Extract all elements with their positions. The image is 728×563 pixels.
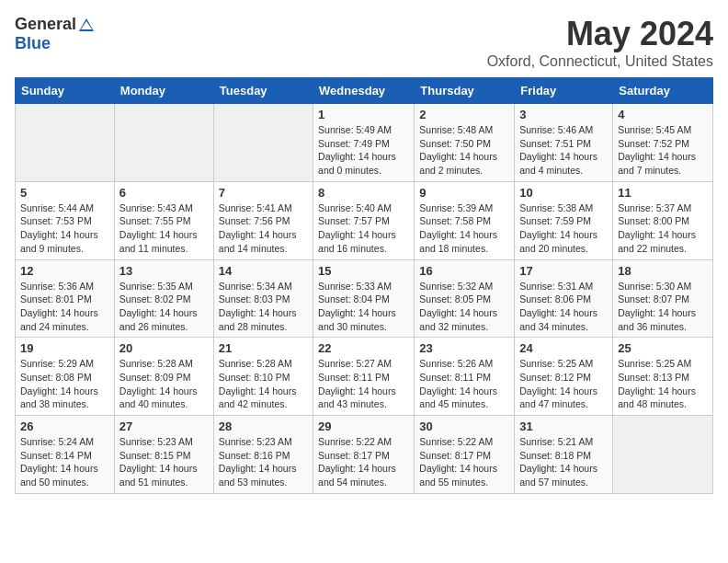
- cell-content: Sunset: 8:04 PM: [318, 293, 409, 306]
- day-number: 21: [219, 341, 308, 355]
- day-number: 10: [519, 186, 608, 200]
- calendar-cell: 19Sunrise: 5:29 AMSunset: 8:08 PMDayligh…: [16, 338, 115, 416]
- logo-general: General: [15, 15, 76, 34]
- calendar-cell: 20Sunrise: 5:28 AMSunset: 8:09 PMDayligh…: [114, 338, 213, 416]
- header-cell-thursday: Thursday: [415, 78, 515, 104]
- cell-content: Sunrise: 5:23 AM: [219, 435, 308, 449]
- logo-blue: Blue: [15, 34, 51, 53]
- cell-content: Sunset: 8:01 PM: [20, 293, 109, 306]
- calendar-table: SundayMondayTuesdayWednesdayThursdayFrid…: [15, 77, 713, 494]
- header-cell-tuesday: Tuesday: [213, 78, 313, 104]
- cell-content: Sunset: 8:10 PM: [219, 371, 308, 385]
- cell-content: Daylight: 14 hours and 54 minutes.: [318, 462, 409, 488]
- cell-content: Daylight: 14 hours and 45 minutes.: [419, 385, 509, 411]
- cell-content: Daylight: 14 hours and 14 minutes.: [219, 228, 308, 255]
- location-title: Oxford, Connecticut, United States: [487, 53, 713, 70]
- cell-content: Daylight: 14 hours and 26 minutes.: [119, 306, 209, 333]
- cell-content: Sunset: 7:52 PM: [618, 137, 708, 151]
- cell-content: Sunset: 7:59 PM: [519, 214, 608, 228]
- day-number: 19: [20, 341, 109, 355]
- calendar-cell: 18Sunrise: 5:30 AMSunset: 8:07 PMDayligh…: [613, 259, 713, 338]
- cell-content: Sunrise: 5:25 AM: [618, 357, 708, 371]
- calendar-cell: 7Sunrise: 5:41 AMSunset: 7:56 PMDaylight…: [213, 181, 313, 259]
- day-number: 31: [519, 419, 608, 433]
- cell-content: Daylight: 14 hours and 24 minutes.: [20, 306, 109, 333]
- cell-content: Daylight: 14 hours and 2 minutes.: [419, 150, 509, 177]
- calendar-cell: 12Sunrise: 5:36 AMSunset: 8:01 PMDayligh…: [16, 259, 115, 338]
- cell-content: Daylight: 14 hours and 28 minutes.: [219, 306, 308, 333]
- header-cell-monday: Monday: [114, 78, 213, 104]
- calendar-cell: 13Sunrise: 5:35 AMSunset: 8:02 PMDayligh…: [114, 259, 213, 338]
- logo-triangle-icon: [78, 17, 95, 33]
- calendar-cell: 26Sunrise: 5:24 AMSunset: 8:14 PMDayligh…: [16, 416, 115, 494]
- calendar-cell: 28Sunrise: 5:23 AMSunset: 8:16 PMDayligh…: [213, 416, 313, 494]
- calendar-cell: 24Sunrise: 5:25 AMSunset: 8:12 PMDayligh…: [515, 338, 613, 416]
- cell-content: Daylight: 14 hours and 7 minutes.: [618, 150, 708, 177]
- header-cell-friday: Friday: [515, 78, 613, 104]
- calendar-cell: [213, 104, 313, 182]
- cell-content: Sunrise: 5:34 AM: [219, 280, 308, 293]
- cell-content: Daylight: 14 hours and 48 minutes.: [618, 385, 708, 411]
- header-cell-sunday: Sunday: [16, 78, 115, 104]
- cell-content: Daylight: 14 hours and 55 minutes.: [419, 462, 509, 488]
- day-number: 25: [618, 341, 708, 355]
- cell-content: Sunset: 8:11 PM: [419, 371, 509, 385]
- cell-content: Sunset: 7:57 PM: [318, 214, 409, 228]
- day-number: 23: [419, 341, 509, 355]
- day-number: 11: [618, 186, 708, 200]
- cell-content: Daylight: 14 hours and 9 minutes.: [20, 228, 109, 255]
- day-number: 15: [318, 264, 409, 278]
- calendar-cell: [16, 104, 115, 182]
- calendar-cell: [613, 416, 713, 494]
- day-number: 13: [119, 264, 209, 278]
- cell-content: Sunrise: 5:45 AM: [618, 123, 708, 137]
- calendar-cell: 23Sunrise: 5:26 AMSunset: 8:11 PMDayligh…: [415, 338, 515, 416]
- week-row-4: 19Sunrise: 5:29 AMSunset: 8:08 PMDayligh…: [16, 338, 713, 416]
- day-number: 8: [318, 186, 409, 200]
- cell-content: Sunset: 8:17 PM: [419, 449, 509, 463]
- calendar-cell: 16Sunrise: 5:32 AMSunset: 8:05 PMDayligh…: [415, 259, 515, 338]
- cell-content: Daylight: 14 hours and 43 minutes.: [318, 385, 409, 411]
- cell-content: Sunset: 7:51 PM: [519, 137, 608, 151]
- title-area: May 2024 Oxford, Connecticut, United Sta…: [487, 15, 713, 70]
- cell-content: Sunset: 8:12 PM: [519, 371, 608, 385]
- cell-content: Sunrise: 5:31 AM: [519, 280, 608, 293]
- cell-content: Sunset: 7:49 PM: [318, 137, 409, 151]
- logo: General Blue: [15, 15, 95, 53]
- calendar-cell: 3Sunrise: 5:46 AMSunset: 7:51 PMDaylight…: [515, 104, 613, 182]
- cell-content: Daylight: 14 hours and 32 minutes.: [419, 306, 509, 333]
- cell-content: Sunrise: 5:35 AM: [119, 280, 209, 293]
- cell-content: Sunset: 8:16 PM: [219, 449, 308, 463]
- cell-content: Sunrise: 5:23 AM: [119, 435, 209, 449]
- cell-content: Sunrise: 5:24 AM: [20, 435, 109, 449]
- cell-content: Sunrise: 5:25 AM: [519, 357, 608, 371]
- cell-content: Sunrise: 5:43 AM: [119, 201, 209, 215]
- day-number: 7: [219, 186, 308, 200]
- day-number: 24: [519, 341, 608, 355]
- calendar-cell: 25Sunrise: 5:25 AMSunset: 8:13 PMDayligh…: [613, 338, 713, 416]
- day-number: 14: [219, 264, 308, 278]
- cell-content: Sunrise: 5:39 AM: [419, 201, 509, 215]
- calendar-cell: 14Sunrise: 5:34 AMSunset: 8:03 PMDayligh…: [213, 259, 313, 338]
- calendar-cell: 10Sunrise: 5:38 AMSunset: 7:59 PMDayligh…: [515, 181, 613, 259]
- cell-content: Daylight: 14 hours and 53 minutes.: [219, 462, 308, 488]
- calendar-cell: 17Sunrise: 5:31 AMSunset: 8:06 PMDayligh…: [515, 259, 613, 338]
- day-number: 27: [119, 419, 209, 433]
- cell-content: Sunrise: 5:30 AM: [618, 280, 708, 293]
- calendar-cell: 15Sunrise: 5:33 AMSunset: 8:04 PMDayligh…: [313, 259, 415, 338]
- header-row: SundayMondayTuesdayWednesdayThursdayFrid…: [16, 78, 713, 104]
- cell-content: Sunset: 7:58 PM: [419, 214, 509, 228]
- day-number: 3: [519, 108, 608, 121]
- cell-content: Sunrise: 5:28 AM: [219, 357, 308, 371]
- cell-content: Daylight: 14 hours and 47 minutes.: [519, 385, 608, 411]
- calendar-cell: 5Sunrise: 5:44 AMSunset: 7:53 PMDaylight…: [16, 181, 115, 259]
- cell-content: Sunrise: 5:28 AM: [119, 357, 209, 371]
- cell-content: Sunset: 8:11 PM: [318, 371, 409, 385]
- day-number: 30: [419, 419, 509, 433]
- day-number: 20: [119, 341, 209, 355]
- cell-content: Daylight: 14 hours and 22 minutes.: [618, 228, 708, 255]
- day-number: 5: [20, 186, 109, 200]
- day-number: 9: [419, 186, 509, 200]
- cell-content: Sunset: 7:55 PM: [119, 214, 209, 228]
- cell-content: Sunrise: 5:22 AM: [419, 435, 509, 449]
